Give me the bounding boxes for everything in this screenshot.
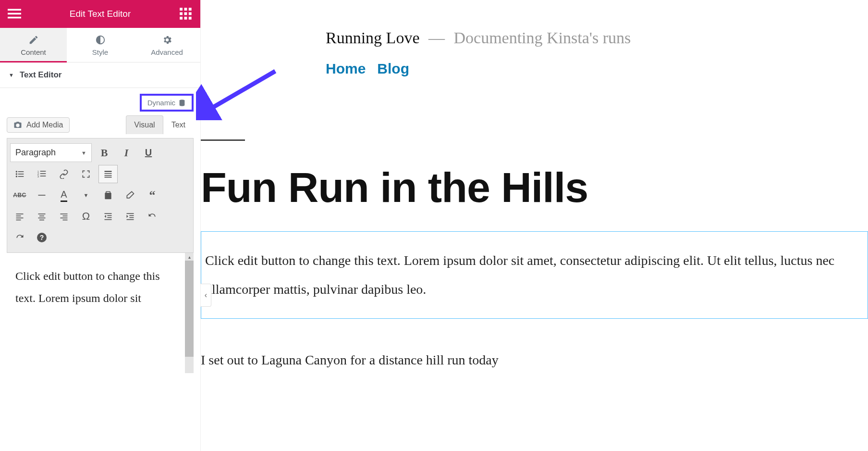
text-color-button[interactable]: A bbox=[54, 186, 73, 204]
redo-button[interactable] bbox=[10, 228, 29, 247]
svg-point-15 bbox=[16, 173, 17, 175]
clear-formatting-button[interactable] bbox=[121, 186, 140, 204]
svg-rect-46 bbox=[127, 213, 134, 214]
hamburger-menu-icon[interactable] bbox=[8, 8, 21, 20]
hr-icon bbox=[37, 190, 47, 200]
italic-button[interactable]: I bbox=[117, 144, 136, 162]
undo-icon bbox=[147, 212, 157, 221]
sidebar-header: Edit Text Editor bbox=[0, 0, 200, 28]
post-paragraph-2: I set out to Laguna Canyon for a distanc… bbox=[201, 352, 868, 368]
dynamic-label: Dynamic bbox=[147, 99, 175, 107]
collapse-sidebar-handle[interactable]: ‹ bbox=[201, 284, 211, 307]
svg-rect-10 bbox=[184, 17, 187, 20]
text-tab[interactable]: Text bbox=[163, 115, 194, 134]
format-select[interactable]: Paragraph bbox=[10, 143, 92, 162]
section-toggle-text-editor[interactable]: ▼ Text Editor bbox=[0, 63, 200, 88]
indent-icon bbox=[125, 212, 135, 221]
svg-rect-37 bbox=[39, 220, 44, 221]
sidebar-title: Edit Text Editor bbox=[70, 9, 131, 19]
svg-rect-3 bbox=[180, 8, 183, 11]
align-center-icon bbox=[37, 212, 47, 221]
toolbar-toggle-icon bbox=[103, 169, 113, 179]
svg-rect-36 bbox=[38, 218, 46, 219]
svg-rect-0 bbox=[8, 9, 21, 11]
site-header: Running Love — Documenting Kinsta's runs bbox=[326, 29, 868, 47]
tab-content-label: Content bbox=[21, 48, 46, 56]
outdent-button[interactable] bbox=[98, 207, 118, 226]
tinymce-editor-area: Click edit button to change this text. L… bbox=[7, 253, 194, 373]
scroll-up-icon: ▴ bbox=[185, 253, 194, 261]
numbered-list-icon: 123 bbox=[37, 169, 47, 179]
strikethrough-button[interactable]: ABC bbox=[10, 186, 29, 204]
add-media-button[interactable]: Add Media bbox=[7, 117, 70, 133]
svg-rect-24 bbox=[40, 175, 46, 176]
svg-rect-14 bbox=[18, 171, 24, 172]
svg-rect-33 bbox=[16, 220, 21, 221]
align-right-icon bbox=[59, 212, 69, 221]
svg-rect-11 bbox=[189, 17, 192, 20]
editor-sidebar: Edit Text Editor Content Style Advanced … bbox=[0, 0, 201, 451]
dynamic-row: Dynamic bbox=[0, 88, 200, 115]
special-char-button[interactable]: Ω bbox=[76, 207, 96, 226]
svg-rect-38 bbox=[61, 213, 68, 214]
svg-rect-8 bbox=[189, 13, 192, 15]
underline-button[interactable]: U bbox=[139, 144, 158, 162]
tab-content[interactable]: Content bbox=[0, 28, 67, 62]
link-button[interactable] bbox=[54, 165, 73, 183]
align-left-button[interactable] bbox=[10, 207, 29, 226]
outdent-icon bbox=[103, 212, 113, 221]
nav-home[interactable]: Home bbox=[326, 61, 366, 77]
fullscreen-icon bbox=[81, 169, 91, 179]
database-icon bbox=[178, 99, 186, 107]
svg-rect-20 bbox=[40, 171, 46, 172]
svg-rect-32 bbox=[16, 218, 24, 219]
blockquote-button[interactable]: “ bbox=[143, 186, 162, 204]
paste-text-button[interactable] bbox=[98, 186, 118, 204]
svg-point-13 bbox=[16, 171, 17, 172]
svg-rect-5 bbox=[189, 8, 192, 11]
post-area: Fun Run in the Hills Click edit button t… bbox=[201, 139, 868, 368]
post-divider bbox=[201, 139, 245, 141]
bullet-list-button[interactable] bbox=[10, 165, 29, 183]
svg-rect-16 bbox=[18, 174, 24, 175]
svg-rect-40 bbox=[61, 218, 68, 219]
svg-rect-39 bbox=[63, 215, 68, 216]
numbered-list-button[interactable]: 123 bbox=[32, 165, 51, 183]
site-separator: — bbox=[428, 29, 445, 47]
apps-grid-icon[interactable] bbox=[179, 8, 193, 20]
align-right-button[interactable] bbox=[54, 207, 73, 226]
text-editor-widget[interactable]: Click edit button to change this text. L… bbox=[201, 231, 868, 319]
tab-advanced[interactable]: Advanced bbox=[134, 28, 200, 62]
align-center-button[interactable] bbox=[32, 207, 51, 226]
site-title[interactable]: Running Love bbox=[326, 29, 419, 47]
scroll-thumb[interactable] bbox=[185, 261, 194, 357]
fullscreen-button[interactable] bbox=[76, 165, 96, 183]
media-tabs-row: Add Media Visual Text bbox=[0, 115, 200, 138]
svg-rect-27 bbox=[105, 175, 112, 176]
svg-rect-4 bbox=[184, 8, 187, 11]
dynamic-tags-button[interactable]: Dynamic bbox=[140, 94, 194, 112]
text-color-dropdown[interactable]: ▼ bbox=[76, 186, 96, 204]
svg-rect-30 bbox=[16, 213, 24, 214]
pencil-icon bbox=[28, 35, 39, 45]
tab-style[interactable]: Style bbox=[67, 28, 134, 62]
svg-rect-42 bbox=[105, 213, 112, 214]
preview-canvas: Running Love — Documenting Kinsta's runs… bbox=[201, 0, 868, 451]
hr-button[interactable] bbox=[32, 186, 51, 204]
svg-rect-28 bbox=[105, 177, 112, 178]
bold-button[interactable]: B bbox=[95, 144, 114, 162]
settings-tabs: Content Style Advanced bbox=[0, 28, 200, 63]
site-tagline: Documenting Kinsta's runs bbox=[453, 29, 631, 47]
section-title: Text Editor bbox=[20, 70, 62, 80]
editor-content[interactable]: Click edit button to change this text. L… bbox=[7, 253, 185, 373]
bullet-list-icon bbox=[15, 169, 24, 179]
toolbar-toggle-button[interactable] bbox=[98, 165, 118, 183]
editor-scrollbar[interactable]: ▴ bbox=[185, 253, 194, 373]
undo-button[interactable] bbox=[143, 207, 162, 226]
visual-tab[interactable]: Visual bbox=[126, 115, 163, 134]
help-button[interactable]: ? bbox=[32, 228, 51, 247]
indent-button[interactable] bbox=[121, 207, 140, 226]
redo-icon bbox=[15, 233, 24, 242]
tinymce-toolbar: Paragraph B I U 123 ABC A ▼ “ Ω bbox=[7, 138, 194, 253]
nav-blog[interactable]: Blog bbox=[377, 61, 409, 77]
